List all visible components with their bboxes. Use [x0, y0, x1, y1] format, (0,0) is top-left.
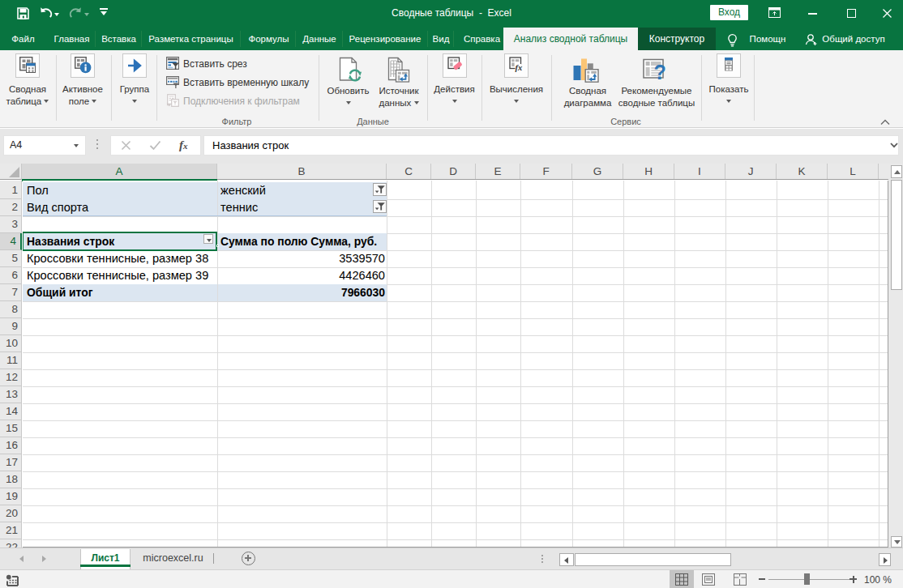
- svg-text:fx: fx: [516, 63, 523, 72]
- svg-text:?: ?: [654, 61, 666, 83]
